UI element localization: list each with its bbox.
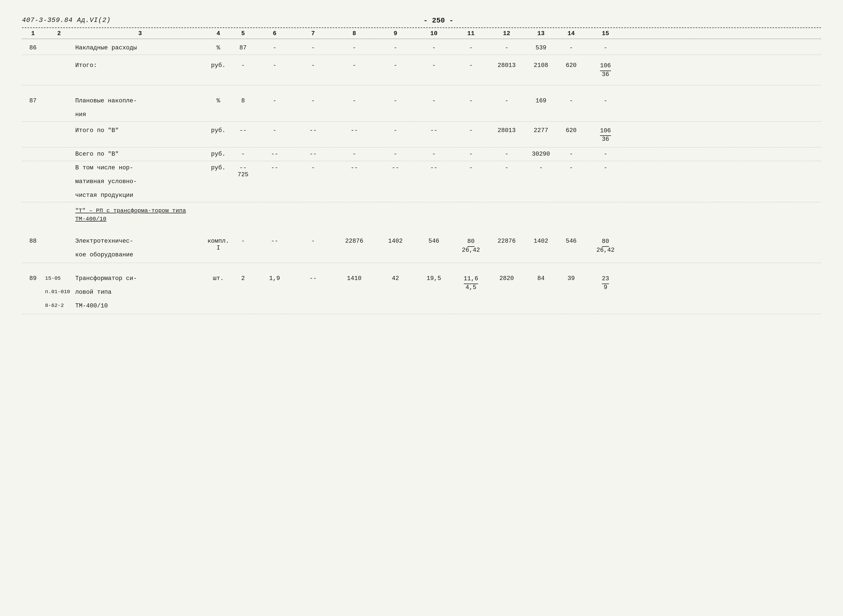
col15-itogoB-top: 106 <box>600 127 611 136</box>
col-header-13: 13 <box>524 30 557 37</box>
cell-vsegoB-col10: - <box>415 150 453 158</box>
table-row: 89 15-05 п.01-010 8-62-2 Трансформатор с… <box>22 271 821 314</box>
cell-89-col1: 89 <box>22 274 44 283</box>
col11-88-bot: 26,42 <box>462 247 480 254</box>
cell-norm-col12: - <box>489 164 524 172</box>
cell-itogoB-col10: -- <box>415 126 453 135</box>
cell-itogo86-col7: - <box>294 62 332 69</box>
cell-row86-col8: - <box>332 44 376 52</box>
note-col2 <box>44 206 74 207</box>
cell-87-col3: Плановые накопле- ния <box>74 97 206 119</box>
cell-norm-col1 <box>22 164 44 165</box>
column-headers: 1 2 3 4 5 6 7 8 9 10 11 12 13 14 15 <box>22 28 821 39</box>
cell-row86-col6: - <box>256 44 294 52</box>
cell-norm-col10: -- <box>415 164 453 172</box>
cell-norm-col9: -- <box>376 164 415 172</box>
cell-norm-col2 <box>44 164 74 165</box>
cell-87-col7: - <box>294 97 332 105</box>
cell-row86-col14: - <box>557 44 585 52</box>
cell-89-col3: Трансформатор си- ловой типа ТМ-400/10 <box>74 274 206 310</box>
col-header-3: 3 <box>74 30 206 37</box>
cell-87-col15: - <box>585 97 626 105</box>
cell-88-col6: -- <box>256 237 294 245</box>
cell-87-col12: - <box>489 97 524 105</box>
col15-value-bot: 36 <box>602 71 609 78</box>
cell-itogo86-col1 <box>22 62 44 63</box>
cell-89-col10: 19,5 <box>415 274 453 283</box>
cell-88-col4: компл.I <box>206 237 231 252</box>
table-row: 88 Электротехничес- кое оборудование ком… <box>22 233 821 263</box>
cell-itogoB-col8: -- <box>332 126 376 135</box>
cell-norm-col13: - <box>524 164 557 172</box>
table-row: Всего по "В" руб. - -- -- - - - - - 3029… <box>22 147 821 161</box>
cell-norm-col8: -- <box>332 164 376 172</box>
cell-vsegoB-col11: - <box>453 150 489 158</box>
cell-norm-col5: -- 725 <box>231 164 256 179</box>
cell-row86-col10: - <box>415 44 453 52</box>
cell-row86-col1: 86 <box>22 44 44 52</box>
cell-89-col5: 2 <box>231 274 256 283</box>
cell-itogo86-col3: Итого: <box>74 62 206 69</box>
cell-row86-col4: % <box>206 44 231 52</box>
col-header-6: 6 <box>256 30 294 37</box>
cell-itogoB-col7: -- <box>294 126 332 135</box>
cell-itogo86-col12: 28013 <box>489 62 524 69</box>
col-header-9: 9 <box>376 30 415 37</box>
cell-88-col9: 1402 <box>376 237 415 245</box>
cell-vsegoB-col3: Всего по "В" <box>74 150 206 158</box>
note-text: "Т" – РП с трансформа-тором типа ТМ-400/… <box>74 206 206 223</box>
cell-itogoB-col5: -- <box>231 126 256 135</box>
note-row: "Т" – РП с трансформа-тором типа ТМ-400/… <box>22 202 821 226</box>
cell-87-col14: - <box>557 97 585 105</box>
doc-ref: 407-3-359.84 Ад.VI(2) <box>22 16 111 24</box>
cell-87-col5: 8 <box>231 97 256 105</box>
cell-89-col15: 23 9 <box>585 274 626 292</box>
col-header-8: 8 <box>332 30 376 37</box>
cell-itogo86-col14: 620 <box>557 62 585 69</box>
cell-row86-col12: - <box>489 44 524 52</box>
cell-87-col6: - <box>256 97 294 105</box>
cell-88-col14: 546 <box>557 237 585 245</box>
col-header-12: 12 <box>489 30 524 37</box>
cell-itogo86-col15: 106 36 <box>585 62 626 79</box>
cell-itogoB-col15: 106 36 <box>585 126 626 144</box>
cell-vsegoB-col14: - <box>557 150 585 158</box>
cell-87-col10: - <box>415 97 453 105</box>
cell-itogo86-col8: - <box>332 62 376 69</box>
cell-norm-col14: - <box>557 164 585 172</box>
cell-87-col13: 169 <box>524 97 557 105</box>
cell-itogoB-col11: - <box>453 126 489 135</box>
cell-87-col2 <box>44 97 74 98</box>
cell-norm-col7: - <box>294 164 332 172</box>
cell-88-col11: 80 26,42 <box>453 237 489 254</box>
cell-89-col8: 1410 <box>332 274 376 283</box>
cell-88-col10: 546 <box>415 237 453 245</box>
col15-89-top: 23 <box>602 275 609 284</box>
table-row: 87 Плановые накопле- ния % 8 - - - - - -… <box>22 93 821 122</box>
cell-87-col8: - <box>332 97 376 105</box>
cell-itogo86-col5: - <box>231 62 256 69</box>
col15-89-bot: 9 <box>604 284 607 291</box>
col15-88-bot: 26,42 <box>596 247 615 254</box>
page-header: 407-3-359.84 Ад.VI(2) - 250 - <box>22 16 821 25</box>
cell-itogoB-col13: 2277 <box>524 126 557 135</box>
cell-row86-col7: - <box>294 44 332 52</box>
cell-87-col9: - <box>376 97 415 105</box>
cell-vsegoB-col13: 30290 <box>524 150 557 158</box>
cell-88-col15: 80 26,42 <box>585 237 626 254</box>
cell-norm-col3: В том числе нор- мативная условно- чиста… <box>74 164 206 199</box>
cell-88-col7: - <box>294 237 332 245</box>
cell-itogoB-col4: руб. <box>206 126 231 135</box>
cell-itogo86-col11: - <box>453 62 489 69</box>
cell-itogoB-col3: Итого по "В" <box>74 126 206 135</box>
cell-88-col3: Электротехничес- кое оборудование <box>74 237 206 259</box>
cell-88-col8: 22876 <box>332 237 376 245</box>
cell-89-col11: 11,6 4,5 <box>453 274 489 292</box>
cell-row86-col5: 87 <box>231 44 256 52</box>
col-header-14: 14 <box>557 30 585 37</box>
cell-itogo86-col2 <box>44 62 74 63</box>
table-row: В том числе нор- мативная условно- чиста… <box>22 161 821 202</box>
table-row: Итого: руб. - - - - - - - 28013 2108 620… <box>22 55 821 85</box>
cell-89-col12: 2820 <box>489 274 524 283</box>
cell-itogoB-col2 <box>44 126 74 128</box>
